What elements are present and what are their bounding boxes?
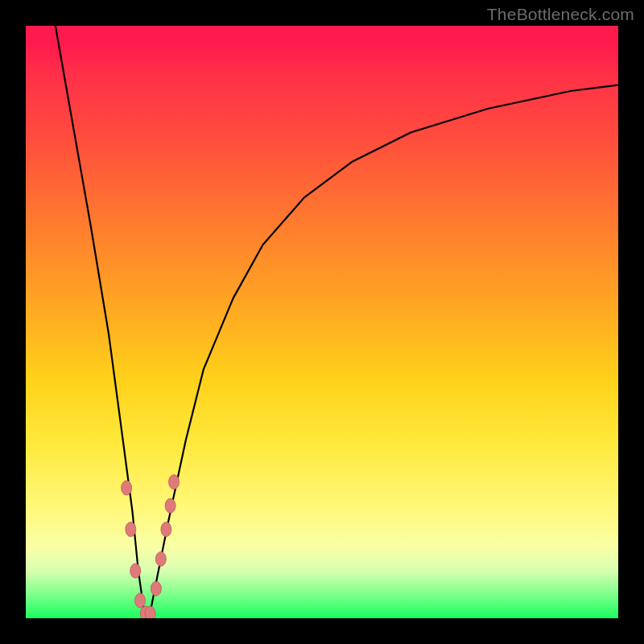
watermark-text: TheBottleneck.com [487, 5, 634, 24]
bottleneck-curve-path [56, 26, 618, 613]
highlight-dot [161, 522, 171, 537]
highlight-dot [122, 481, 132, 495]
highlight-dot [126, 522, 136, 537]
highlight-dot [130, 564, 141, 578]
highlight-dot [151, 581, 161, 596]
highlight-dot [165, 498, 175, 513]
highlight-dot [135, 593, 146, 608]
plot-area [26, 26, 618, 618]
outer-frame: TheBottleneck.com [0, 0, 644, 644]
highlight-dot [169, 475, 180, 489]
highlight-dot [155, 551, 166, 566]
bottleneck-chart [26, 26, 618, 618]
highlight-dot [145, 606, 155, 618]
